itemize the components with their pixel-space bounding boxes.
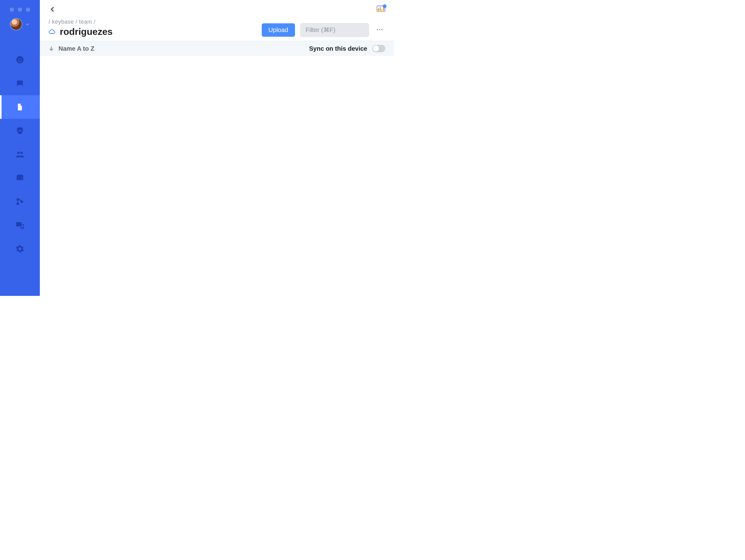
- chat-icon: [15, 79, 24, 88]
- more-horizontal-icon: [376, 26, 383, 35]
- settings-icon: [15, 244, 24, 253]
- traffic-close[interactable]: [10, 7, 14, 12]
- folder-title: rodriguezes: [60, 27, 112, 37]
- notification-dot: [383, 4, 387, 8]
- nav-people[interactable]: [0, 48, 40, 71]
- svg-point-12: [377, 29, 378, 30]
- svg-rect-11: [22, 225, 23, 228]
- svg-point-13: [379, 29, 380, 30]
- header-actions: Upload: [262, 23, 385, 37]
- chevron-left-icon: [48, 6, 56, 14]
- traffic-zoom[interactable]: [26, 7, 30, 12]
- toolbar: Name A to Z Sync on this device: [40, 41, 394, 56]
- avatar[interactable]: [10, 18, 23, 31]
- nav-crypto[interactable]: [0, 119, 40, 142]
- filter-input[interactable]: [300, 23, 369, 37]
- files-icon: [16, 103, 24, 111]
- upload-button[interactable]: Upload: [262, 23, 295, 37]
- teams-icon: [15, 150, 25, 159]
- app-root: / keybase / team / rodriguezes Upload: [0, 0, 394, 296]
- sync-label: Sync on this device: [309, 45, 367, 52]
- svg-point-3: [17, 152, 20, 154]
- sort-label: Name A to Z: [59, 45, 94, 52]
- nav-chat[interactable]: [0, 71, 40, 95]
- svg-point-5: [21, 177, 23, 178]
- nav-settings[interactable]: [0, 237, 40, 261]
- shield-icon: [15, 126, 24, 135]
- main-panel: / keybase / team / rodriguezes Upload: [40, 0, 394, 296]
- sidebar: [0, 0, 40, 296]
- back-button[interactable]: [48, 6, 56, 14]
- sync-group: Sync on this device: [309, 45, 385, 52]
- sort-button[interactable]: Name A to Z: [48, 45, 94, 52]
- nav-files[interactable]: [0, 95, 40, 119]
- svg-point-0: [16, 56, 23, 63]
- breadcrumb[interactable]: / keybase / team /: [48, 19, 112, 25]
- nav-devices[interactable]: [0, 213, 40, 237]
- path-column: / keybase / team / rodriguezes: [48, 19, 112, 37]
- svg-point-2: [21, 59, 22, 59]
- nav-list: [0, 48, 40, 261]
- window-traffic-lights[interactable]: [0, 0, 40, 18]
- svg-rect-9: [16, 222, 22, 227]
- svg-point-7: [17, 203, 19, 205]
- people-icon: [15, 55, 24, 64]
- toggle-knob: [373, 45, 379, 52]
- file-list-empty: [40, 56, 394, 296]
- header: / keybase / team / rodriguezes Upload: [40, 0, 394, 41]
- arrow-down-icon: [48, 46, 54, 51]
- traffic-minimize[interactable]: [18, 7, 22, 12]
- wallet-icon: [15, 174, 24, 182]
- svg-point-6: [17, 198, 19, 200]
- header-top: [48, 6, 385, 14]
- svg-point-14: [381, 29, 383, 30]
- nav-teams[interactable]: [0, 142, 40, 166]
- nav-wallet[interactable]: [0, 166, 40, 190]
- current-user[interactable]: [10, 18, 30, 31]
- app-logo[interactable]: [377, 6, 385, 14]
- svg-point-1: [19, 59, 19, 59]
- nav-git[interactable]: [0, 190, 40, 213]
- header-mid: / keybase / team / rodriguezes Upload: [48, 19, 385, 37]
- git-icon: [15, 197, 24, 206]
- sync-toggle[interactable]: [372, 45, 385, 52]
- svg-point-4: [20, 152, 23, 154]
- cloud-icon: [48, 28, 55, 35]
- devices-icon: [15, 221, 25, 230]
- more-button[interactable]: [374, 24, 385, 36]
- title-row: rodriguezes: [48, 27, 112, 37]
- chevron-down-icon[interactable]: [25, 22, 30, 27]
